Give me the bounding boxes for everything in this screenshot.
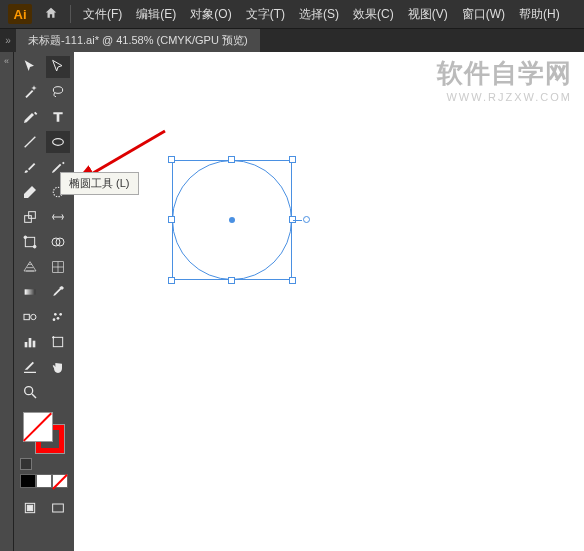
document-tab[interactable]: 未标题-111.ai* @ 41.58% (CMYK/GPU 预览)	[16, 29, 260, 52]
perspective-grid-tool[interactable]	[18, 256, 43, 278]
slice-tool[interactable]	[18, 356, 43, 378]
svg-rect-31	[52, 504, 63, 512]
gradient-tool[interactable]	[18, 281, 43, 303]
draw-mode-tool[interactable]	[18, 497, 43, 519]
tab-toggle-icon[interactable]: »	[0, 35, 16, 46]
svg-rect-4	[25, 216, 32, 223]
swap-fill-stroke-icon[interactable]	[20, 458, 32, 470]
selected-ellipse-object[interactable]	[172, 160, 292, 280]
pen-tool[interactable]	[18, 106, 43, 128]
handle-top[interactable]	[228, 156, 235, 163]
document-tab-strip: » 未标题-111.ai* @ 41.58% (CMYK/GPU 预览)	[0, 28, 584, 52]
svg-point-18	[59, 313, 62, 316]
menu-view[interactable]: 视图(V)	[408, 6, 448, 23]
divider	[70, 5, 71, 23]
menu-file[interactable]: 文件(F)	[83, 6, 122, 23]
column-graph-tool[interactable]	[18, 331, 43, 353]
menu-effect[interactable]: 效果(C)	[353, 6, 394, 23]
app-menubar: Ai 文件(F) 编辑(E) 对象(O) 文字(T) 选择(S) 效果(C) 视…	[0, 0, 584, 28]
watermark: 软件自学网 WWW.RJZXW.COM	[437, 56, 572, 103]
width-tool[interactable]	[46, 206, 71, 228]
svg-point-27	[25, 387, 33, 395]
menu-select[interactable]: 选择(S)	[299, 6, 339, 23]
svg-point-0	[53, 87, 62, 94]
menu-type[interactable]: 文字(T)	[246, 6, 285, 23]
eyedropper-tool[interactable]	[46, 281, 71, 303]
center-point-icon	[229, 217, 235, 223]
workspace: «	[0, 52, 584, 551]
color-mode-row	[20, 474, 68, 488]
screen-mode-tool[interactable]	[46, 497, 71, 519]
svg-rect-22	[29, 338, 32, 347]
menu-help[interactable]: 帮助(H)	[519, 6, 560, 23]
rail-toggle-icon[interactable]: «	[0, 52, 13, 70]
solid-color-icon[interactable]	[20, 474, 36, 488]
color-swatches	[18, 412, 70, 488]
rotate-handle[interactable]	[303, 216, 310, 223]
artboard-tool[interactable]	[46, 331, 71, 353]
svg-point-17	[54, 313, 57, 316]
paintbrush-tool[interactable]	[18, 156, 43, 178]
svg-rect-5	[29, 212, 36, 219]
handle-bottom[interactable]	[228, 277, 235, 284]
menu-edit[interactable]: 编辑(E)	[136, 6, 176, 23]
handle-bottom-left[interactable]	[168, 277, 175, 284]
svg-rect-23	[33, 341, 36, 348]
handle-top-right[interactable]	[289, 156, 296, 163]
svg-rect-24	[53, 337, 62, 346]
type-tool[interactable]	[46, 106, 71, 128]
main-menu: 文件(F) 编辑(E) 对象(O) 文字(T) 选择(S) 效果(C) 视图(V…	[83, 6, 560, 23]
svg-point-16	[31, 314, 36, 319]
handle-left[interactable]	[168, 216, 175, 223]
menu-window[interactable]: 窗口(W)	[462, 6, 505, 23]
svg-point-19	[56, 317, 59, 320]
magic-wand-tool[interactable]	[18, 81, 43, 103]
watermark-url: WWW.RJZXW.COM	[437, 91, 572, 103]
svg-point-7	[24, 236, 27, 239]
svg-point-20	[52, 318, 55, 321]
svg-rect-21	[25, 342, 28, 347]
fill-stroke-swatch[interactable]	[23, 412, 65, 454]
svg-line-1	[25, 137, 36, 148]
svg-point-8	[34, 245, 37, 248]
svg-line-28	[32, 394, 36, 398]
svg-rect-15	[24, 314, 29, 319]
svg-point-2	[52, 139, 63, 146]
toolbox	[14, 52, 74, 551]
svg-line-32	[88, 131, 165, 176]
gradient-color-icon[interactable]	[36, 474, 52, 488]
svg-rect-14	[25, 289, 36, 294]
fill-swatch[interactable]	[23, 412, 53, 442]
menu-object[interactable]: 对象(O)	[190, 6, 231, 23]
free-transform-tool[interactable]	[18, 231, 43, 253]
mesh-tool[interactable]	[46, 256, 71, 278]
line-tool[interactable]	[18, 131, 43, 153]
symbol-sprayer-tool[interactable]	[46, 306, 71, 328]
direct-selection-tool[interactable]	[46, 56, 71, 78]
hand-tool[interactable]	[46, 356, 71, 378]
blend-tool[interactable]	[18, 306, 43, 328]
ellipse-tooltip: 椭圆工具 (L)	[60, 172, 139, 195]
shape-builder-tool[interactable]	[46, 231, 71, 253]
handle-bottom-right[interactable]	[289, 277, 296, 284]
home-icon[interactable]	[44, 6, 58, 23]
app-logo: Ai	[8, 4, 32, 24]
scale-tool[interactable]	[18, 206, 43, 228]
canvas-area[interactable]: 软件自学网 WWW.RJZXW.COM 椭圆工具 (L)	[74, 52, 584, 551]
ellipse-tool[interactable]	[46, 131, 71, 153]
empty-slot	[46, 381, 71, 403]
handle-top-left[interactable]	[168, 156, 175, 163]
selection-tool[interactable]	[18, 56, 43, 78]
svg-rect-30	[28, 505, 33, 510]
watermark-title: 软件自学网	[437, 56, 572, 91]
svg-rect-6	[26, 237, 35, 246]
eraser-tool[interactable]	[18, 181, 43, 203]
lasso-tool[interactable]	[46, 81, 71, 103]
panel-rail: «	[0, 52, 14, 551]
zoom-tool[interactable]	[18, 381, 43, 403]
none-color-icon[interactable]	[52, 474, 68, 488]
